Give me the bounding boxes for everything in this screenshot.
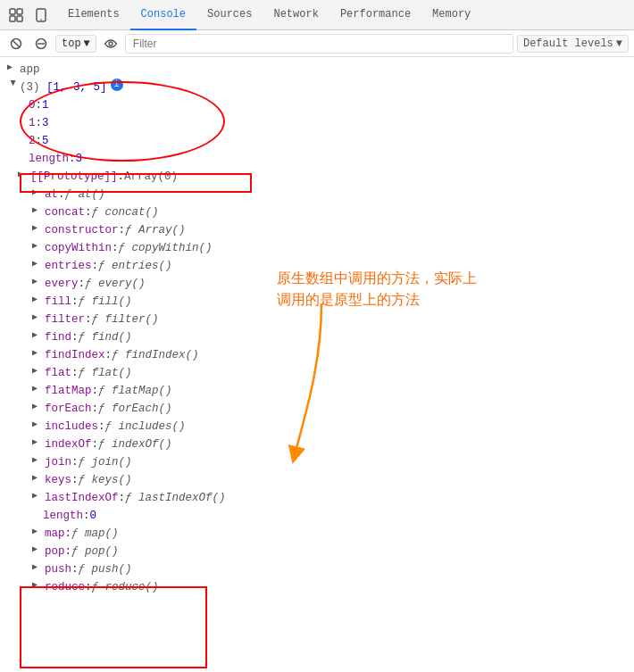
method-concat[interactable]: ▶ concat : ƒ concat() xyxy=(0,203,634,221)
expand-reduce[interactable]: ▶ xyxy=(32,578,43,593)
expand-forEach[interactable]: ▶ xyxy=(32,400,43,414)
method-push[interactable]: ▶ push : ƒ push() xyxy=(0,560,634,578)
method-forEach[interactable]: ▶ forEach : ƒ forEach() xyxy=(0,400,634,418)
method-constructor[interactable]: ▶ constructor : ƒ Array() xyxy=(0,221,634,239)
proto-length: length : 0 xyxy=(0,507,634,525)
tab-elements[interactable]: Elements xyxy=(57,0,130,30)
method-map[interactable]: ▶ map : ƒ map() xyxy=(0,525,634,543)
array-index-1: 1 : 3 xyxy=(0,114,634,132)
svg-rect-3 xyxy=(17,16,22,21)
console-line-app[interactable]: ▶ app xyxy=(0,61,634,79)
method-keys[interactable]: ▶ keys : ƒ keys() xyxy=(0,471,634,489)
expand-includes[interactable]: ▶ xyxy=(32,418,43,432)
prohibit-button[interactable] xyxy=(30,33,52,54)
tab-sources[interactable]: Sources xyxy=(196,0,263,30)
method-lastIndexOf[interactable]: ▶ lastIndexOf : ƒ lastIndexOf() xyxy=(0,489,634,507)
expand-flat[interactable]: ▶ xyxy=(32,364,43,378)
devtools-window: Elements Console Sources Network Perform… xyxy=(0,0,634,600)
array-length: length : 3 xyxy=(0,150,634,168)
method-every[interactable]: ▶ every : ƒ every() xyxy=(0,275,634,293)
inspect-icon[interactable] xyxy=(4,3,29,28)
expand-at[interactable]: ▶ xyxy=(32,186,43,200)
method-entries[interactable]: ▶ entries : ƒ entries() xyxy=(0,257,634,275)
method-flatMap[interactable]: ▶ flatMap : ƒ flatMap() xyxy=(0,382,634,400)
console-output: ▶ app ▶ (3) [1, 3, 5] i 0 : 1 1 : 3 2 : … xyxy=(0,57,634,600)
method-copyWithin[interactable]: ▶ copyWithin : ƒ copyWithin() xyxy=(0,239,634,257)
method-filter[interactable]: ▶ filter : ƒ filter() xyxy=(0,311,634,328)
method-at[interactable]: ▶ at : ƒ at() xyxy=(0,186,634,203)
console-toolbar: top ▼ Default levels ▼ xyxy=(0,30,634,57)
tab-console[interactable]: Console xyxy=(130,0,196,30)
method-indexOf[interactable]: ▶ indexOf : ƒ indexOf() xyxy=(0,436,634,453)
expand-filter[interactable]: ▶ xyxy=(32,311,43,325)
expand-concat[interactable]: ▶ xyxy=(32,203,43,218)
method-find[interactable]: ▶ find : ƒ find() xyxy=(0,328,634,346)
tab-memory[interactable]: Memory xyxy=(421,0,481,30)
expand-copyWithin[interactable]: ▶ xyxy=(32,239,43,253)
svg-point-10 xyxy=(109,42,113,46)
prototype-line[interactable]: ▶ [[Prototype]] : Array(0) xyxy=(0,168,634,186)
tab-performance[interactable]: Performance xyxy=(330,0,421,30)
expand-entries[interactable]: ▶ xyxy=(32,257,43,271)
expand-map[interactable]: ▶ xyxy=(32,525,43,539)
expand-findIndex[interactable]: ▶ xyxy=(32,346,43,361)
expand-push[interactable]: ▶ xyxy=(32,560,43,575)
expand-arrow-app[interactable]: ▶ xyxy=(7,61,18,75)
method-pop[interactable]: ▶ pop : ƒ pop() xyxy=(0,543,634,560)
expand-flatMap[interactable]: ▶ xyxy=(32,382,43,396)
svg-line-7 xyxy=(13,40,20,46)
expand-indexOf[interactable]: ▶ xyxy=(32,436,43,450)
expand-every[interactable]: ▶ xyxy=(32,275,43,289)
expand-fill[interactable]: ▶ xyxy=(32,293,43,307)
eye-icon-button[interactable] xyxy=(100,33,121,54)
tabs-container: Elements Console Sources Network Perform… xyxy=(57,0,481,30)
expand-join[interactable]: ▶ xyxy=(32,453,43,468)
clear-console-button[interactable] xyxy=(5,33,27,54)
svg-rect-0 xyxy=(10,9,15,14)
devtools-tabbar: Elements Console Sources Network Perform… xyxy=(0,0,634,30)
dropdown-arrow-icon: ▼ xyxy=(84,37,90,50)
method-reduce[interactable]: ▶ reduce : ƒ reduce() xyxy=(0,578,634,596)
tab-network[interactable]: Network xyxy=(263,0,329,30)
expand-arrow-array[interactable]: ▶ xyxy=(5,80,20,91)
svg-rect-1 xyxy=(17,9,22,14)
svg-rect-2 xyxy=(10,16,15,21)
method-includes[interactable]: ▶ includes : ƒ includes() xyxy=(0,418,634,436)
method-flat[interactable]: ▶ flat : ƒ flat() xyxy=(0,364,634,382)
expand-keys[interactable]: ▶ xyxy=(32,471,43,485)
expand-constructor[interactable]: ▶ xyxy=(32,221,43,236)
array-index-0: 0 : 1 xyxy=(0,96,634,114)
expand-arrow-prototype[interactable]: ▶ xyxy=(18,168,29,182)
svg-point-5 xyxy=(40,19,42,21)
expand-pop[interactable]: ▶ xyxy=(32,543,43,557)
context-selector[interactable]: top ▼ xyxy=(55,35,96,53)
levels-dropdown-arrow: ▼ xyxy=(616,37,622,50)
method-join[interactable]: ▶ join : ƒ join() xyxy=(0,453,634,471)
default-levels-dropdown[interactable]: Default levels ▼ xyxy=(517,35,629,53)
device-icon[interactable] xyxy=(29,3,54,28)
filter-input[interactable] xyxy=(125,34,513,54)
console-line-array[interactable]: ▶ (3) [1, 3, 5] i xyxy=(0,79,634,96)
array-index-2: 2 : 5 xyxy=(0,132,634,150)
expand-lastIndexOf[interactable]: ▶ xyxy=(32,489,43,503)
info-badge[interactable]: i xyxy=(111,79,123,91)
expand-find[interactable]: ▶ xyxy=(32,328,43,343)
method-findIndex[interactable]: ▶ findIndex : ƒ findIndex() xyxy=(0,346,634,364)
method-fill[interactable]: ▶ fill : ƒ fill() xyxy=(0,293,634,311)
